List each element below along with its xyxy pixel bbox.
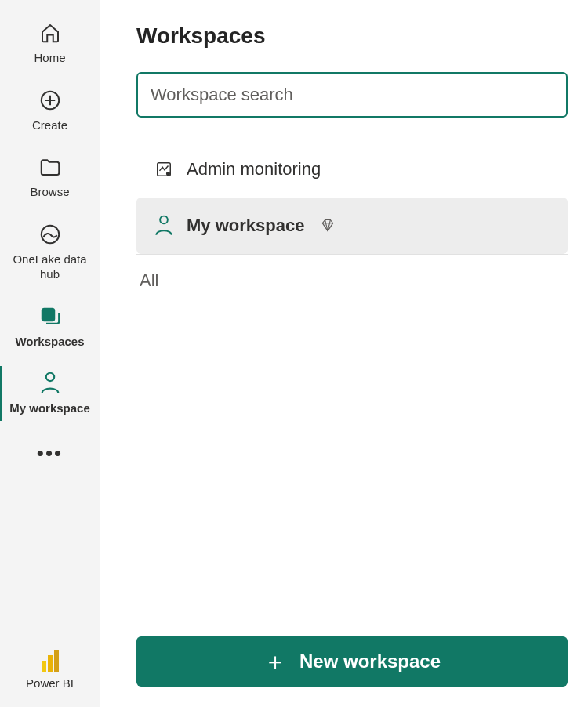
nav-powerbi-label: Power BI: [26, 676, 74, 690]
nav-powerbi[interactable]: Power BI: [0, 639, 100, 707]
nav-home-label: Home: [34, 50, 65, 66]
diamond-icon: [320, 218, 336, 234]
workspaces-icon: [38, 304, 63, 329]
section-all-label: All: [136, 255, 568, 306]
svg-rect-4: [41, 307, 55, 321]
nav-browse-label: Browse: [30, 184, 69, 200]
workspace-list: Admin monitoring My workspace: [136, 141, 568, 255]
nav-create-label: Create: [32, 118, 67, 133]
workspace-item-label: Admin monitoring: [187, 159, 321, 179]
folder-icon: [38, 154, 63, 179]
svg-point-8: [160, 216, 168, 224]
nav-browse[interactable]: Browse: [0, 143, 100, 211]
plus-circle-icon: [38, 88, 63, 113]
new-workspace-button[interactable]: ＋ New workspace: [136, 636, 568, 687]
home-icon: [38, 20, 63, 45]
nav-onelake-label: OneLake data hub: [3, 252, 96, 282]
more-icon: •••: [37, 443, 63, 463]
workspace-search-input[interactable]: [136, 72, 568, 118]
nav-workspaces-label: Workspaces: [15, 334, 84, 350]
nav-my-workspace[interactable]: My workspace: [0, 360, 100, 427]
nav-home[interactable]: Home: [0, 9, 100, 77]
monitoring-icon: [154, 159, 174, 179]
nav-create[interactable]: Create: [0, 77, 100, 144]
left-nav-sidebar: Home Create Browse OneLake data hub: [0, 0, 100, 707]
person-icon: [154, 216, 174, 236]
workspaces-panel: Workspaces Admin monitoring My works: [100, 0, 588, 707]
onelake-icon: [38, 222, 63, 247]
nav-workspaces[interactable]: Workspaces: [0, 293, 100, 361]
nav-my-workspace-label: My workspace: [9, 401, 90, 416]
workspace-item-admin-monitoring[interactable]: Admin monitoring: [136, 141, 568, 198]
svg-point-7: [167, 172, 170, 176]
page-title: Workspaces: [136, 24, 568, 49]
nav-more[interactable]: •••: [0, 427, 100, 479]
workspace-item-label: My workspace: [187, 216, 304, 236]
nav-onelake[interactable]: OneLake data hub: [0, 211, 100, 293]
search-wrap: [136, 72, 568, 118]
plus-icon: ＋: [263, 646, 287, 678]
svg-point-5: [45, 373, 53, 381]
powerbi-icon: [42, 650, 59, 672]
workspace-item-my-workspace[interactable]: My workspace: [136, 198, 568, 254]
new-workspace-button-label: New workspace: [299, 651, 441, 673]
person-icon: [38, 371, 63, 396]
